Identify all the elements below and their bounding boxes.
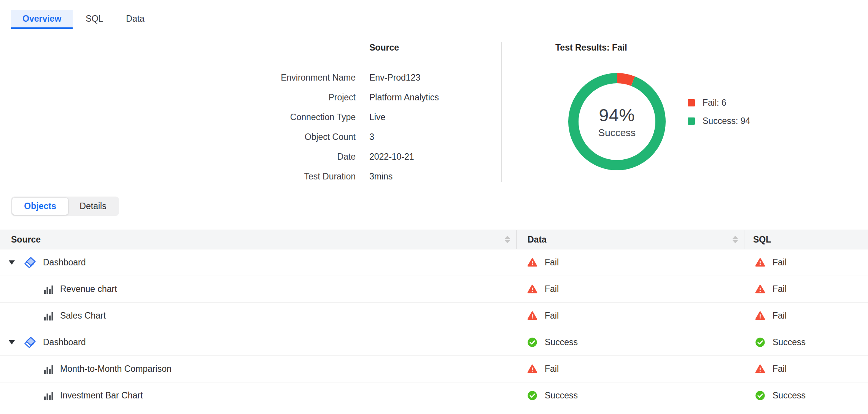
segment-label: Objects: [24, 201, 56, 211]
success-check-icon: [755, 337, 765, 347]
status-icon: [527, 311, 537, 321]
tab-label: SQL: [86, 14, 103, 24]
sql-status-cell: Success: [744, 382, 868, 409]
toggle-details[interactable]: Details: [68, 198, 118, 215]
test-results-title: Test Results: Fail: [555, 43, 627, 53]
status-text: Fail: [773, 284, 787, 294]
column-header-source[interactable]: Source: [0, 230, 517, 249]
donut-percentage: 94%: [599, 105, 635, 125]
status-icon: [755, 311, 765, 321]
table-row[interactable]: Dashboard Success: [0, 329, 868, 356]
field-value: 2022-10-21: [369, 147, 439, 167]
field-label: Environment Name: [152, 68, 356, 87]
field-value: 3: [369, 127, 439, 147]
sql-status-cell: Fail: [744, 303, 868, 329]
dashboard-icon: [24, 336, 36, 349]
column-header-data[interactable]: Data: [517, 230, 744, 249]
sort-icon[interactable]: [733, 236, 738, 243]
chart-legend: Fail: 6 Success: 94: [688, 98, 750, 126]
status-text: Fail: [773, 311, 787, 321]
table-row[interactable]: Investment Bar Chart Success: [0, 382, 868, 409]
fail-warning-icon: [755, 364, 765, 374]
status-icon: [755, 284, 765, 294]
source-cell: Revenue chart: [0, 276, 517, 302]
fail-warning-icon: [527, 284, 537, 294]
fail-warning-icon: [755, 311, 765, 321]
expander-caret-icon[interactable]: [9, 340, 15, 344]
legend-item: Success: 94: [688, 116, 750, 126]
fail-warning-icon: [755, 257, 765, 268]
field-value: Platform Analytics: [369, 87, 439, 107]
table-row[interactable]: Dashboard Fail: [0, 249, 868, 276]
table-row[interactable]: Sales Chart Fail: [0, 303, 868, 329]
status-icon: [527, 284, 537, 294]
tab-data[interactable]: Data: [116, 10, 154, 28]
fail-warning-icon: [527, 364, 537, 374]
tab-bar: Overview SQL Data: [11, 10, 154, 28]
results-table: Source Data SQL Dashboard: [0, 230, 868, 409]
fail-warning-icon: [755, 284, 765, 294]
status-icon: [755, 390, 765, 401]
source-fields: Environment Name Env-Prod123 Project Pla…: [152, 68, 439, 186]
table-row[interactable]: Month-to-Month Comparison Fail: [0, 356, 868, 382]
column-header-label: SQL: [753, 235, 771, 245]
field-label: Test Duration: [152, 167, 356, 186]
tab-sql[interactable]: SQL: [76, 10, 113, 28]
status-icon: [755, 364, 765, 374]
sort-icon[interactable]: [505, 236, 510, 243]
status-icon: [755, 257, 765, 268]
bar-chart-icon: [43, 364, 54, 374]
source-cell: Month-to-Month Comparison: [0, 356, 517, 382]
fail-warning-icon: [527, 257, 537, 268]
legend-label: Fail: 6: [703, 98, 727, 108]
bar-chart-icon: [43, 390, 54, 401]
tab-label: Overview: [22, 14, 61, 24]
field-value: Live: [369, 107, 439, 127]
table-row[interactable]: Revenue chart Fail: [0, 276, 868, 303]
expander-caret-icon[interactable]: [9, 260, 15, 265]
donut-chart: 94% Success: [568, 73, 666, 170]
source-name: Sales Chart: [60, 311, 106, 321]
toggle-objects[interactable]: Objects: [12, 198, 68, 215]
field-value: Env-Prod123: [369, 68, 439, 87]
status-text: Success: [545, 337, 578, 347]
sql-status-cell: Fail: [744, 356, 868, 382]
donut-center-label: Success: [598, 127, 636, 139]
view-toggle: Objects Details: [11, 197, 119, 216]
status-text: Fail: [545, 257, 559, 268]
status-icon: [527, 257, 537, 268]
tab-overview[interactable]: Overview: [11, 10, 73, 28]
legend-item: Fail: 6: [688, 98, 750, 108]
source-cell: Sales Chart: [0, 303, 517, 329]
source-name: Investment Bar Chart: [60, 390, 143, 401]
status-text: Success: [545, 390, 578, 401]
status-text: Fail: [773, 364, 787, 374]
column-header-label: Source: [11, 235, 41, 245]
legend-label: Success: 94: [703, 116, 750, 126]
column-header-label: Data: [528, 235, 547, 245]
status-text: Fail: [773, 257, 787, 268]
status-icon: [527, 364, 537, 374]
legend-swatch: [688, 117, 695, 125]
data-status-cell: Success: [517, 329, 744, 355]
sql-status-cell: Fail: [744, 276, 868, 302]
source-name: Revenue chart: [60, 284, 117, 294]
vertical-divider: [501, 42, 502, 182]
data-status-cell: Success: [517, 382, 744, 409]
source-cell: Dashboard: [0, 249, 517, 276]
status-text: Fail: [545, 284, 559, 294]
status-text: Fail: [545, 364, 559, 374]
fail-warning-icon: [527, 311, 537, 321]
status-icon: [527, 390, 537, 401]
table-header: Source Data SQL: [0, 230, 868, 249]
page: { "colors": { "accent": "#1b6ef3", "acce…: [0, 0, 868, 414]
status-icon: [755, 337, 765, 347]
field-label: Connection Type: [152, 107, 356, 127]
field-label: Object Count: [152, 127, 356, 147]
success-check-icon: [527, 390, 537, 401]
table-body: Dashboard Fail: [0, 249, 868, 409]
field-label: Project: [152, 87, 356, 107]
column-header-sql[interactable]: SQL: [744, 230, 868, 249]
data-status-cell: Fail: [517, 356, 744, 382]
field-label: Date: [152, 147, 356, 167]
